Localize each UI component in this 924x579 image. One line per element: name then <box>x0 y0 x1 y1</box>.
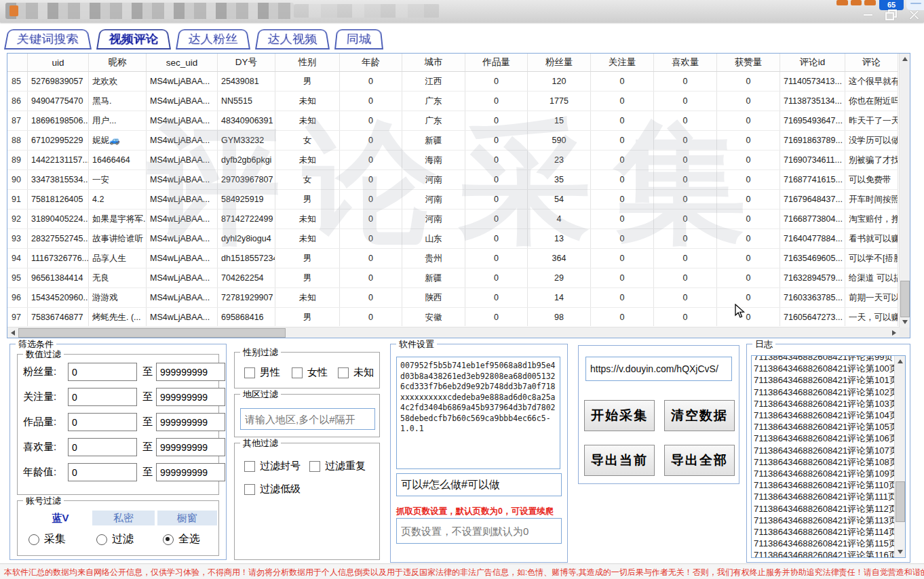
column-header: 作品量 <box>465 54 528 71</box>
like-max-input[interactable] <box>156 438 225 456</box>
table-row[interactable]: 9615434520960...游游戏MS4wLjABAA...72781929… <box>7 288 898 308</box>
log-entry[interactable]: 7113864346882608421评论第115页 <box>754 538 895 549</box>
scroll-left-arrow-icon[interactable] <box>11 330 15 336</box>
cell-age: 0 <box>340 72 402 91</box>
table-row[interactable]: 9775836746877烤蚝先生. (...MS4wLjABAA...6958… <box>7 308 898 326</box>
clear-data-button[interactable]: 清空数据 <box>664 400 735 431</box>
region-input[interactable] <box>240 408 375 430</box>
filter-banned-checkbox[interactable]: 过滤封号 <box>244 460 301 473</box>
table-row[interactable]: 91758181264054.2MS4wLjABAA...584925919男0… <box>7 190 898 209</box>
log-entry[interactable]: 7113864346882608421评论第116页 <box>754 549 895 558</box>
select-all-radio[interactable]: 全选 <box>163 532 200 546</box>
cell-sex: 未知 <box>275 92 340 111</box>
table-horizontal-scrollbar[interactable] <box>7 327 900 338</box>
log-entry[interactable]: 7113864346882608421评论第110页 <box>754 479 895 491</box>
cell-comment: 给渠道 可以搞.. <box>845 268 898 287</box>
log-entry[interactable]: 7113864346882608421评论第102页 <box>754 386 895 398</box>
export-all-button[interactable]: 导出全部 <box>664 445 735 476</box>
start-collect-button[interactable]: 开始采集 <box>584 400 655 431</box>
follow-min-input[interactable] <box>68 388 137 406</box>
showcase-toggle[interactable]: 橱窗 <box>157 511 217 525</box>
numeric-filter-row: 粉丝量:至 <box>18 363 218 382</box>
license-key-text[interactable]: 007952f5b5b741eb1ef95068a8d1b95e4d03b8a4… <box>396 357 560 469</box>
female-checkbox[interactable]: 女性 <box>292 366 328 379</box>
log-entry[interactable]: 7113864346882608421评论第106页 <box>754 433 895 444</box>
unknown-checkbox[interactable]: 未知 <box>338 366 374 379</box>
filter-duplicate-checkbox[interactable]: 过滤重复 <box>309 460 366 473</box>
minimize-button[interactable] <box>860 8 877 20</box>
checkbox-label: 过滤重复 <box>325 460 366 473</box>
close-button[interactable] <box>906 8 923 20</box>
log-scroll-thumb[interactable] <box>896 481 905 522</box>
checkbox-icon <box>244 461 255 472</box>
title-bar: 65 <box>0 0 924 22</box>
log-entry[interactable]: 7113864346882608421评论第100页 <box>754 363 895 374</box>
export-current-button[interactable]: 导出当前 <box>584 445 655 476</box>
tab-influencer-videos[interactable]: 达人视频 <box>255 29 330 49</box>
restore-button[interactable] <box>882 8 900 20</box>
log-entry[interactable]: 7113864346882608421评论第99页 <box>754 355 895 363</box>
video-url-input[interactable] <box>585 357 732 381</box>
table-row[interactable]: 8867102995229妮妮🚙MS4wLjABAA...GYM33232女0新… <box>7 131 898 151</box>
log-entry[interactable]: 7113864346882608421评论第108页 <box>754 456 895 468</box>
log-entry[interactable]: 7113864346882608421评论第112页 <box>754 503 895 515</box>
cell-fans: 13 <box>528 229 591 248</box>
log-entry[interactable]: 7113864346882608421评论第111页 <box>754 491 895 502</box>
log-scroll-down-icon[interactable] <box>898 550 903 554</box>
like-min-input[interactable] <box>68 438 137 456</box>
fans-max-input[interactable] <box>156 363 225 381</box>
vertical-scroll-thumb[interactable] <box>900 281 910 317</box>
scroll-right-arrow-icon[interactable] <box>892 330 896 336</box>
table-vertical-scrollbar[interactable] <box>899 54 910 327</box>
horizontal-scroll-thumb[interactable] <box>18 328 286 338</box>
scroll-up-arrow-icon[interactable] <box>902 57 908 61</box>
log-scroll-up-icon[interactable] <box>898 359 903 363</box>
cell-uid: 15434520960... <box>28 288 89 307</box>
table-row[interactable]: 9033473815534...一安MS4wLjABAA...297039678… <box>7 170 898 190</box>
age-min-input[interactable] <box>68 463 137 481</box>
works-max-input[interactable] <box>156 413 225 431</box>
log-entry[interactable]: 7113864346882608421评论第104页 <box>754 410 895 421</box>
log-entry[interactable]: 7113864346882608421评论第101页 <box>754 374 895 386</box>
tab-same-city[interactable]: 同城 <box>334 29 383 49</box>
log-entry[interactable]: 7113864346882608421评论第107页 <box>754 445 895 456</box>
log-entry[interactable]: 7113864346882608421评论第114页 <box>754 526 895 538</box>
private-toggle[interactable]: 私密 <box>92 511 155 525</box>
log-entry[interactable]: 7113864346882608421评论第109页 <box>754 468 895 479</box>
table-row[interactable]: 9231890405224...如果是宇将军...MS4wLjABAA...87… <box>7 209 898 229</box>
tab-influencer-fans[interactable]: 达人粉丝 <box>176 29 250 49</box>
male-checkbox[interactable]: 男性 <box>244 366 280 379</box>
follow-max-input[interactable] <box>156 388 225 406</box>
radio-label: 过滤 <box>112 532 134 546</box>
checkbox-icon <box>244 367 255 378</box>
log-scrollbar[interactable] <box>894 356 905 557</box>
cell-city: 海南 <box>402 151 465 169</box>
age-max-input[interactable] <box>156 463 225 481</box>
cell-nick: 无良 <box>89 268 147 287</box>
log-entry[interactable]: 7113864346882608421评论第105页 <box>754 421 895 433</box>
table-row[interactable]: 9596561384414无良MS4wLjABAA...704262254男0新… <box>7 268 898 288</box>
cell-fans: 15 <box>528 111 591 130</box>
table-row[interactable]: 8552769839057龙欢欢MS4wLjABAA...25439081男0江… <box>7 72 898 92</box>
table-row[interactable]: 9328327552745...故事讲给谁听MS4wLjABAA...dyhl2… <box>7 229 898 249</box>
works-min-input[interactable] <box>68 413 137 431</box>
log-entry[interactable]: 7113864346882608421评论第113页 <box>754 515 895 526</box>
blurred-title-text <box>5 3 294 19</box>
fans-min-input[interactable] <box>68 363 137 381</box>
tab-video-comments[interactable]: 视频评论 <box>96 29 171 49</box>
table-row[interactable]: 8914422131157...16466464MS4wLjABAA...dyf… <box>7 151 898 170</box>
page-count-input[interactable] <box>396 518 562 544</box>
collect-radio[interactable]: 采集 <box>28 532 66 546</box>
tab-keyword-search[interactable]: 关键词搜索 <box>4 29 92 49</box>
cell-nick: 品享人生 <box>89 249 147 268</box>
scroll-down-arrow-icon[interactable] <box>902 320 908 324</box>
blue-v-toggle[interactable]: 蓝V <box>33 511 88 525</box>
topic-input[interactable] <box>396 473 562 496</box>
checkbox-icon <box>309 461 320 472</box>
table-row[interactable]: 9411167326776...品享人生MS4wLjABAA...dh15185… <box>7 249 898 268</box>
table-row[interactable]: 8718696198506...用户...MS4wLjABAA...483409… <box>7 111 898 131</box>
table-row[interactable]: 8694904775470黑马.MS4wLjABAA...NN5515未知0广东… <box>7 92 898 111</box>
filter-radio[interactable]: 过滤 <box>96 532 134 546</box>
log-entry[interactable]: 7113864346882608421评论第103页 <box>754 398 895 410</box>
filter-lowgrade-checkbox[interactable]: 过滤低级 <box>244 483 301 496</box>
